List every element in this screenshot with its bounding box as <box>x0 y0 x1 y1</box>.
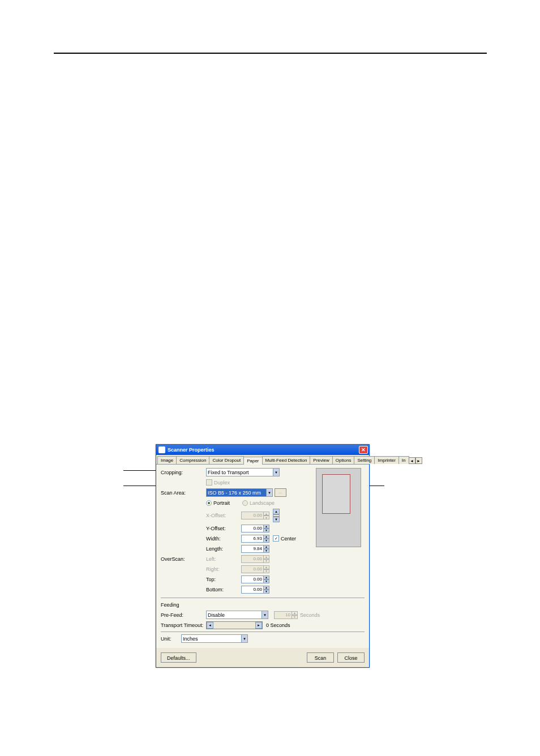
scan-button[interactable]: Scan <box>307 652 334 663</box>
overscan-right-spinner: ▲▼ <box>263 565 269 573</box>
tab-scroll: ◄ ► <box>409 457 422 464</box>
overscan-top-label: Top: <box>206 577 241 582</box>
y-offset-spinner[interactable]: ▲▼ <box>263 525 269 532</box>
app-icon <box>158 446 165 453</box>
length-input[interactable]: 9.84 <box>241 545 264 553</box>
overscan-right-label: Right: <box>206 566 241 572</box>
landscape-radio <box>242 500 248 506</box>
overscan-bottom-spinner[interactable]: ▲▼ <box>263 586 269 594</box>
tab-more[interactable]: In <box>398 456 409 464</box>
window-title: Scanner Properties <box>168 447 359 453</box>
tab-preview[interactable]: Preview <box>310 456 332 464</box>
prefeed-seconds-input: 10 <box>274 611 292 619</box>
cropping-label: Cropping: <box>161 470 206 475</box>
slider-right-icon[interactable]: ► <box>255 622 262 629</box>
portrait-radio[interactable] <box>206 500 212 506</box>
portrait-label: Portrait <box>213 500 230 506</box>
scan-area-select[interactable]: ISO B5 - 176 x 250 mm ▼ <box>206 488 273 497</box>
tab-multifeed[interactable]: Multi-Feed Detection <box>262 456 311 464</box>
unit-select[interactable]: Inches ▼ <box>181 634 248 643</box>
tab-imprinter[interactable]: Imprinter <box>374 456 399 464</box>
tab-strip: Image Compression Color Dropout Paper Mu… <box>156 455 369 465</box>
preview-page <box>322 474 350 514</box>
tab-paper[interactable]: Paper <box>243 457 262 465</box>
x-offset-label: X-Offset: <box>206 513 241 518</box>
chevron-down-icon: ▼ <box>273 469 279 476</box>
close-icon[interactable]: ✕ <box>359 446 368 454</box>
center-checkbox[interactable]: ✓ <box>273 535 279 542</box>
button-bar: Defaults... Scan Close <box>156 648 369 667</box>
feeding-heading: Feeding <box>161 602 206 608</box>
unit-value: Inches <box>183 636 198 642</box>
preview-pane <box>316 468 361 547</box>
length-spinner[interactable]: ▲▼ <box>263 545 269 553</box>
overscan-top-spinner[interactable]: ▲▼ <box>263 575 269 583</box>
width-label: Width: <box>206 536 241 542</box>
range-slider[interactable]: ▲▼ <box>273 509 280 522</box>
overscan-bottom-label: Bottom: <box>206 587 241 592</box>
tab-setting[interactable]: Setting <box>354 456 375 464</box>
separator <box>161 598 365 598</box>
scan-area-browse-button: ... <box>275 488 286 497</box>
overscan-top-input[interactable]: 0.00 <box>241 575 264 583</box>
slider-left-icon[interactable]: ◄ <box>207 622 213 629</box>
separator <box>161 632 365 632</box>
defaults-button[interactable]: Defaults... <box>161 652 196 663</box>
unit-label: Unit: <box>161 636 181 642</box>
length-label: Length: <box>206 546 241 552</box>
tab-compression[interactable]: Compression <box>176 456 209 464</box>
landscape-label: Landscape <box>250 500 275 506</box>
y-offset-input[interactable]: 0.00 <box>241 525 264 532</box>
overscan-label: OverScan: <box>161 556 206 562</box>
titlebar: Scanner Properties ✕ <box>156 445 369 455</box>
prefeed-seconds-spinner: ▲▼ <box>292 611 298 619</box>
tab-scroll-left-icon[interactable]: ◄ <box>409 457 415 464</box>
prefeed-value: Disable <box>208 612 225 618</box>
tab-image[interactable]: Image <box>157 456 177 464</box>
scan-area-value: ISO B5 - 176 x 250 mm <box>208 490 261 496</box>
timeout-slider[interactable]: ◄ ► <box>206 621 263 629</box>
tab-color-dropout[interactable]: Color Dropout <box>209 456 244 464</box>
tab-scroll-right-icon[interactable]: ► <box>415 457 422 464</box>
prefeed-seconds-label: Seconds <box>300 612 320 618</box>
duplex-checkbox <box>206 479 212 486</box>
chevron-down-icon: ▼ <box>266 489 272 496</box>
paper-panel: Cropping: Fixed to Transport ▼ Duplex Sc… <box>156 465 369 648</box>
chevron-down-icon: ▼ <box>262 611 268 618</box>
y-offset-label: Y-Offset: <box>206 526 241 531</box>
duplex-label: Duplex <box>214 480 230 486</box>
width-input[interactable]: 6.93 <box>241 535 264 543</box>
overscan-left-label: Left: <box>206 556 241 562</box>
overscan-bottom-input[interactable]: 0.00 <box>241 586 264 594</box>
overscan-left-input: 0.00 <box>241 555 264 563</box>
close-button[interactable]: Close <box>337 652 365 663</box>
scan-area-label: Scan Area: <box>161 490 206 496</box>
page-rule <box>54 53 487 54</box>
tab-options[interactable]: Options <box>332 456 355 464</box>
timeout-label: Transport Timeout: <box>161 622 206 628</box>
cropping-select[interactable]: Fixed to Transport ▼ <box>206 468 280 476</box>
prefeed-label: Pre-Feed: <box>161 612 206 618</box>
x-offset-spinner: ▲▼ <box>263 512 269 519</box>
x-offset-input: 0.00 <box>241 512 264 519</box>
cropping-value: Fixed to Transport <box>208 470 249 475</box>
center-label: Center <box>281 536 296 542</box>
overscan-right-input: 0.00 <box>241 565 264 573</box>
chevron-down-icon: ▼ <box>241 635 247 642</box>
prefeed-select[interactable]: Disable ▼ <box>206 611 268 619</box>
width-spinner[interactable]: ▲▼ <box>263 535 269 543</box>
overscan-left-spinner: ▲▼ <box>263 555 269 563</box>
scanner-properties-dialog: Scanner Properties ✕ Image Compression C… <box>156 444 370 668</box>
timeout-value: 0 Seconds <box>266 622 290 628</box>
